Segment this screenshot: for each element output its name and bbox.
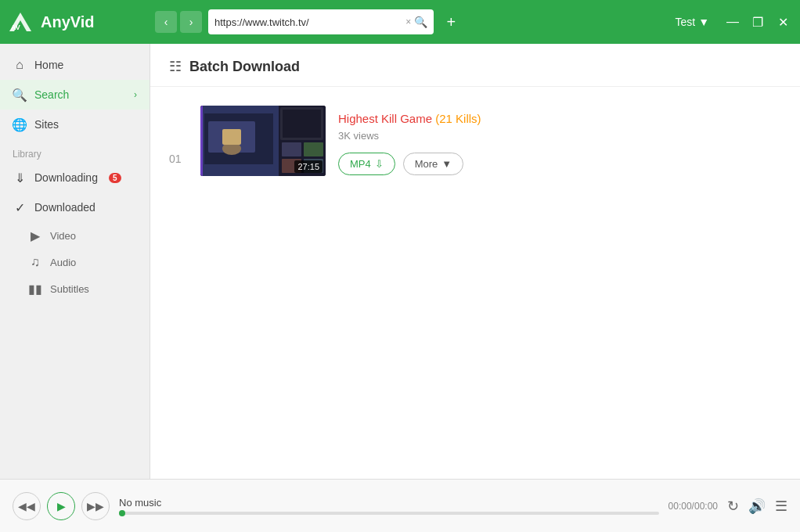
add-tab-button[interactable]: + bbox=[440, 11, 462, 33]
player-progress-track[interactable] bbox=[119, 512, 659, 515]
more-button[interactable]: More ▼ bbox=[403, 153, 464, 175]
audio-icon: ♫ bbox=[28, 255, 42, 269]
user-chevron-icon: ▼ bbox=[698, 16, 709, 28]
player-bar: ◀◀ ▶ ▶▶ No music 00:00/00:00 ↻ 🔊 ☰ bbox=[0, 479, 800, 532]
sidebar-video-label: Video bbox=[50, 230, 76, 242]
repeat-button[interactable]: ↻ bbox=[727, 498, 739, 515]
logo-icon: AV bbox=[6, 8, 34, 36]
volume-button[interactable]: 🔊 bbox=[748, 498, 766, 515]
content-area: ☷ Batch Download 01 bbox=[150, 44, 800, 479]
url-bar[interactable]: × 🔍 bbox=[208, 9, 434, 34]
user-menu[interactable]: Test ▼ bbox=[675, 16, 709, 28]
search-sidebar-icon: 🔍 bbox=[13, 88, 27, 102]
nav-controls: ‹ › bbox=[155, 11, 202, 33]
search-chevron-icon: › bbox=[134, 89, 137, 100]
sites-icon: 🌐 bbox=[13, 117, 27, 131]
downloading-badge: 5 bbox=[109, 173, 121, 183]
maximize-button[interactable]: ❐ bbox=[747, 11, 769, 33]
thumbnail-duration: 27:15 bbox=[294, 160, 323, 173]
sidebar-item-audio[interactable]: ♫ Audio bbox=[0, 249, 150, 275]
svg-rect-10 bbox=[283, 110, 321, 138]
player-track-title: No music bbox=[119, 497, 659, 509]
page-header: ☷ Batch Download bbox=[150, 44, 800, 87]
library-section-label: Library bbox=[0, 139, 150, 163]
main-area: ⌂ Home 🔍 Search › 🌐 Sites Library ⇓ Down… bbox=[0, 44, 800, 479]
player-controls: ◀◀ ▶ ▶▶ bbox=[13, 492, 110, 520]
sidebar-item-sites[interactable]: 🌐 Sites bbox=[0, 110, 150, 139]
sidebar-item-home[interactable]: ⌂ Home bbox=[0, 50, 150, 80]
logo-area: AV AnyVid bbox=[6, 8, 155, 36]
app-name: AnyVid bbox=[41, 13, 95, 31]
svg-rect-8 bbox=[222, 129, 241, 145]
video-icon: ▶ bbox=[28, 228, 42, 243]
sidebar-item-subtitles[interactable]: ▮▮ Subtitles bbox=[0, 275, 150, 302]
result-views: 3K views bbox=[338, 130, 781, 142]
playlist-button[interactable]: ☰ bbox=[775, 498, 787, 515]
sidebar-item-search[interactable]: 🔍 Search › bbox=[0, 80, 150, 110]
close-button[interactable]: ✕ bbox=[772, 11, 794, 33]
more-label: More bbox=[415, 158, 438, 170]
sidebar-sites-label: Sites bbox=[34, 118, 59, 131]
player-info: No music bbox=[119, 497, 659, 515]
result-item: 01 bbox=[169, 99, 781, 182]
download-arrow-icon: ⇩ bbox=[375, 158, 384, 170]
batch-download-icon: ☷ bbox=[169, 58, 182, 75]
sidebar-downloading-label: Downloading bbox=[34, 171, 98, 184]
sidebar: ⌂ Home 🔍 Search › 🌐 Sites Library ⇓ Down… bbox=[0, 44, 150, 479]
result-actions: MP4 ⇩ More ▼ bbox=[338, 153, 781, 175]
title-main: Highest Kill Game bbox=[338, 112, 435, 125]
player-right-controls: ↻ 🔊 ☰ bbox=[727, 498, 787, 515]
sidebar-audio-label: Audio bbox=[50, 257, 76, 268]
player-time: 00:00/00:00 bbox=[668, 501, 718, 512]
page-title: Batch Download bbox=[189, 59, 300, 75]
minimize-button[interactable]: — bbox=[722, 11, 744, 33]
sidebar-subtitles-label: Subtitles bbox=[50, 283, 89, 295]
svg-rect-12 bbox=[304, 142, 323, 156]
url-close-icon[interactable]: × bbox=[405, 16, 411, 27]
mp4-label: MP4 bbox=[350, 158, 371, 170]
sidebar-item-downloaded[interactable]: ✓ Downloaded bbox=[0, 192, 150, 222]
downloading-icon: ⇓ bbox=[13, 171, 27, 185]
back-button[interactable]: ‹ bbox=[155, 11, 177, 33]
url-input[interactable] bbox=[214, 16, 402, 28]
svg-rect-15 bbox=[200, 106, 203, 176]
svg-rect-11 bbox=[282, 142, 301, 156]
home-icon: ⌂ bbox=[13, 58, 27, 72]
result-number: 01 bbox=[169, 106, 188, 165]
sidebar-item-downloading[interactable]: ⇓ Downloading 5 bbox=[0, 163, 150, 192]
user-name: Test bbox=[675, 16, 695, 28]
player-progress-dot bbox=[119, 510, 125, 516]
result-info: Highest Kill Game (21 Kills) 3K views MP… bbox=[338, 106, 781, 175]
titlebar: AV AnyVid ‹ › × 🔍 + Test ▼ — ❐ ✕ bbox=[0, 0, 800, 44]
mp4-download-button[interactable]: MP4 ⇩ bbox=[338, 153, 395, 175]
next-button[interactable]: ▶▶ bbox=[81, 492, 110, 520]
prev-button[interactable]: ◀◀ bbox=[13, 492, 41, 520]
sidebar-item-video[interactable]: ▶ Video bbox=[0, 222, 150, 249]
result-title: Highest Kill Game (21 Kills) bbox=[338, 112, 781, 125]
play-button[interactable]: ▶ bbox=[47, 492, 75, 520]
svg-text:AV: AV bbox=[11, 23, 20, 31]
sidebar-search-label: Search bbox=[34, 88, 69, 101]
thumbnail: 27:15 bbox=[200, 106, 326, 176]
forward-button[interactable]: › bbox=[180, 11, 202, 33]
sidebar-downloaded-label: Downloaded bbox=[34, 201, 95, 214]
subtitles-icon: ▮▮ bbox=[28, 282, 42, 296]
search-icon[interactable]: 🔍 bbox=[414, 16, 427, 28]
title-highlight: (21 Kills) bbox=[435, 112, 481, 125]
sidebar-home-label: Home bbox=[34, 59, 63, 71]
downloaded-icon: ✓ bbox=[13, 200, 27, 214]
window-controls: — ❐ ✕ bbox=[722, 11, 794, 33]
result-list: 01 bbox=[150, 87, 800, 479]
more-chevron-icon: ▼ bbox=[441, 158, 452, 170]
